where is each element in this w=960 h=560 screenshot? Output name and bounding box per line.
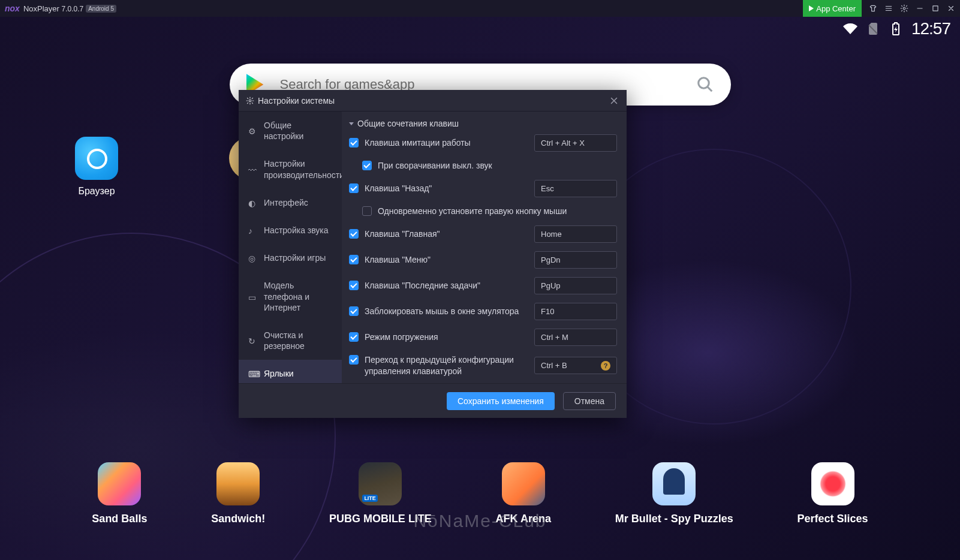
checkbox[interactable] xyxy=(349,306,359,316)
svg-point-0 xyxy=(903,7,905,10)
android-badge: Android 5 xyxy=(86,5,116,13)
app-label: Sand Balls xyxy=(92,513,147,525)
setting-row: Одновременно установите правую кнопку мы… xyxy=(349,206,617,217)
chevron-down-icon xyxy=(349,122,354,125)
dock-app-slices[interactable]: Perfect Slices xyxy=(797,462,868,525)
setting-row: Режим погруженияCtrl + M xyxy=(349,329,617,346)
dock-app-sandwich[interactable]: Sandwich! xyxy=(211,462,265,525)
app-icon xyxy=(359,462,402,505)
checkbox[interactable] xyxy=(349,138,359,147)
checkbox[interactable] xyxy=(349,183,359,193)
minimize-icon[interactable] xyxy=(916,4,924,13)
hotkey-field[interactable]: PgUp xyxy=(534,277,617,294)
setting-row: Клавиша "Последние задачи"PgUp xyxy=(349,277,617,294)
refresh-icon: ↻ xyxy=(248,336,258,345)
setting-label: Клавиша имитации работы xyxy=(365,137,471,149)
setting-label: Режим погружения xyxy=(365,332,438,343)
sliders-icon: ⚙ xyxy=(248,126,258,136)
dialog-close-button[interactable] xyxy=(609,95,619,106)
dialog-footer: Сохранить изменения Отмена xyxy=(239,383,627,418)
svg-rect-1 xyxy=(933,6,938,11)
dock-app-sandballs[interactable]: Sand Balls xyxy=(92,462,147,525)
desktop: 12:57 Браузер To Sand Balls Sandwich! PU… xyxy=(0,17,960,560)
checkbox[interactable] xyxy=(362,161,372,170)
app-center-button[interactable]: App Center xyxy=(803,0,862,17)
cancel-button[interactable]: Отмена xyxy=(563,392,616,410)
hotkey-field[interactable]: Ctrl + M xyxy=(534,329,617,346)
shirt-icon[interactable] xyxy=(869,4,877,13)
globe-icon: ◐ xyxy=(248,198,258,207)
sidebar-item-sound[interactable]: ♪Настройка звука xyxy=(239,216,342,244)
sidebar-item-general[interactable]: ⚙Общие настройки xyxy=(239,112,342,150)
app-icon xyxy=(811,462,854,505)
sidebar-item-interface[interactable]: ◐Интерфейс xyxy=(239,189,342,216)
setting-label: Заблокировать мышь в окне эмулятора xyxy=(365,306,519,317)
app-icon xyxy=(216,462,260,505)
nox-logo: nox xyxy=(5,4,20,13)
app-label: Mr Bullet - Spy Puzzles xyxy=(615,513,733,525)
svg-point-3 xyxy=(249,100,251,102)
android-statusbar: 12:57 xyxy=(0,17,960,41)
setting-label: Клавиша "Назад" xyxy=(365,183,432,194)
app-icon xyxy=(652,462,696,505)
sim-icon xyxy=(866,22,880,36)
setting-row: Клавиша "Главная"Home xyxy=(349,225,617,243)
sidebar-item-performance[interactable]: 〰Настройки производительности xyxy=(239,150,342,188)
checkbox[interactable] xyxy=(349,229,359,239)
battery-icon xyxy=(889,22,903,36)
help-icon[interactable]: ? xyxy=(601,361,610,371)
dialog-content: Общие сочетания клавиш Клавиша имитации … xyxy=(342,112,627,383)
search-icon[interactable] xyxy=(696,76,714,94)
menu-icon[interactable] xyxy=(884,4,893,13)
app-label: Браузер xyxy=(78,186,115,197)
hotkey-field[interactable]: F10 xyxy=(534,303,617,320)
svg-point-2 xyxy=(698,78,709,89)
app-icon xyxy=(98,462,141,505)
sound-icon: ♪ xyxy=(248,225,258,235)
app-label: Perfect Slices xyxy=(797,513,868,525)
sidebar-item-phone[interactable]: ▭Модель телефона и Интернет xyxy=(239,272,342,321)
app-title: NoxPlayer 7.0.0.7 xyxy=(23,4,83,13)
checkbox[interactable] xyxy=(349,255,359,264)
browser-app[interactable]: Браузер xyxy=(75,137,118,197)
gear-icon xyxy=(246,97,254,105)
sidebar-item-shortcuts[interactable]: ⌨Ярлыки xyxy=(239,360,342,383)
setting-label: Клавиша "Главная" xyxy=(365,228,440,240)
settings-dialog: Настройки системы ⚙Общие настройки 〰Наст… xyxy=(239,90,627,418)
setting-label: Переход к предыдущей конфигурации управл… xyxy=(365,354,528,377)
setting-row: Клавиша "Назад"Esc xyxy=(349,180,617,197)
game-icon: ◎ xyxy=(248,253,258,263)
checkbox[interactable] xyxy=(349,355,359,365)
watermark: NōNaMe-CLub xyxy=(413,511,546,531)
hotkey-field[interactable]: PgDn xyxy=(534,251,617,269)
checkbox[interactable] xyxy=(349,332,359,342)
setting-row: При сворачивании выкл. звук xyxy=(349,160,617,171)
checkbox[interactable] xyxy=(349,281,359,290)
hotkey-field[interactable]: Ctrl + B? xyxy=(534,357,617,374)
hotkey-field[interactable]: Esc xyxy=(534,180,617,197)
browser-icon xyxy=(75,137,118,180)
app-icon xyxy=(502,462,545,505)
checkbox[interactable] xyxy=(362,206,372,216)
setting-row: Заблокировать мышь в окне эмулятораF10 xyxy=(349,303,617,320)
close-icon[interactable] xyxy=(947,4,955,13)
titlebar: nox NoxPlayer 7.0.0.7 Android 5 App Cent… xyxy=(0,0,960,17)
setting-row: Клавиша "Меню"PgDn xyxy=(349,251,617,269)
phone-icon: ▭ xyxy=(248,292,258,302)
sidebar-item-cleanup[interactable]: ↻Очистка и резервное xyxy=(239,321,342,360)
wifi-icon xyxy=(843,22,857,36)
hotkey-field[interactable]: Ctrl + Alt + X xyxy=(534,134,617,152)
dock-app-mrbullet[interactable]: Mr Bullet - Spy Puzzles xyxy=(615,462,733,525)
clock: 12:57 xyxy=(911,19,950,38)
gear-icon[interactable] xyxy=(900,4,908,13)
setting-row: Клавиша имитации работыCtrl + Alt + X xyxy=(349,134,617,152)
setting-label: Одновременно установите правую кнопку мы… xyxy=(378,206,567,217)
maximize-icon[interactable] xyxy=(931,4,940,13)
app-label: Sandwich! xyxy=(211,513,265,525)
hotkey-field[interactable]: Home xyxy=(534,225,617,243)
setting-label: При сворачивании выкл. звук xyxy=(378,160,492,171)
sidebar-item-game[interactable]: ◎Настройки игры xyxy=(239,244,342,272)
setting-label: Клавиша "Последние задачи" xyxy=(365,280,480,291)
save-button[interactable]: Сохранить изменения xyxy=(447,392,555,410)
section-header[interactable]: Общие сочетания клавиш xyxy=(349,119,617,128)
